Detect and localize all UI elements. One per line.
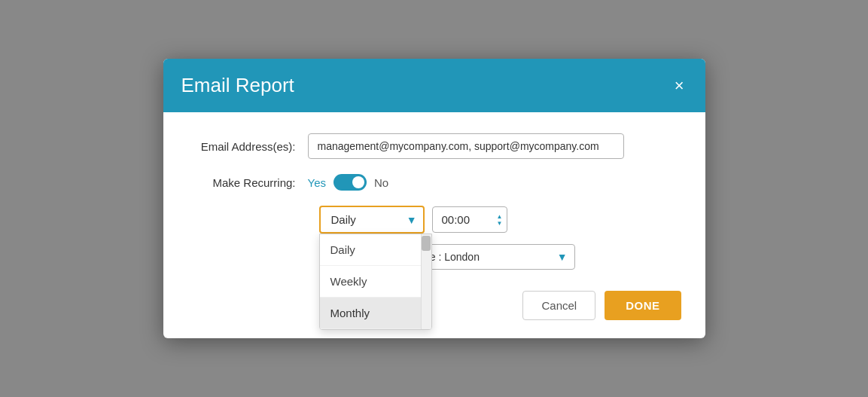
frequency-dropdown-wrapper: Daily Weekly Monthly ▼ Daily Weekly Mont… <box>319 206 425 234</box>
toggle-yes-label: Yes <box>308 176 326 189</box>
toggle-row: Yes No <box>308 174 389 191</box>
modal-body: Email Address(es): Make Recurring: Yes N… <box>163 112 705 338</box>
frequency-select[interactable]: Daily Weekly Monthly <box>319 206 425 234</box>
toggle-no-label: No <box>374 176 388 189</box>
email-row: Email Address(es): <box>187 133 681 159</box>
time-input[interactable] <box>432 206 507 233</box>
time-spinners[interactable]: ▲ ▼ <box>497 213 503 226</box>
footer-buttons: Cancel DONE <box>187 288 681 320</box>
dropdown-scrollbar <box>421 234 431 329</box>
close-button[interactable]: × <box>672 78 687 94</box>
dropdown-item-monthly[interactable]: Monthly <box>320 298 431 329</box>
scrollbar-thumb <box>422 236 431 251</box>
recurring-label: Make Recurring: <box>187 176 308 189</box>
modal-header: Email Report × <box>163 59 705 112</box>
modal-title: Email Report <box>181 74 294 97</box>
time-input-wrapper: ▲ ▼ <box>432 206 507 233</box>
frequency-dropdown-open: Daily Weekly Monthly <box>319 234 432 330</box>
email-input[interactable] <box>308 133 624 159</box>
email-report-modal: Email Report × Email Address(es): Make R… <box>163 59 705 338</box>
time-up-icon[interactable]: ▲ <box>497 213 503 219</box>
email-label: Email Address(es): <box>187 140 308 153</box>
dropdown-item-daily[interactable]: Daily <box>320 234 431 266</box>
cancel-button[interactable]: Cancel <box>522 291 595 320</box>
done-button[interactable]: DONE <box>605 291 681 320</box>
timezone-row: Greenwich Mean Time : London ▼ <box>187 244 681 270</box>
recurring-row: Make Recurring: Yes No <box>187 174 681 191</box>
recurring-toggle[interactable] <box>333 174 367 191</box>
frequency-time-row: Daily Weekly Monthly ▼ Daily Weekly Mont… <box>187 206 681 234</box>
dropdown-item-weekly[interactable]: Weekly <box>320 266 431 298</box>
time-down-icon[interactable]: ▼ <box>497 220 503 226</box>
